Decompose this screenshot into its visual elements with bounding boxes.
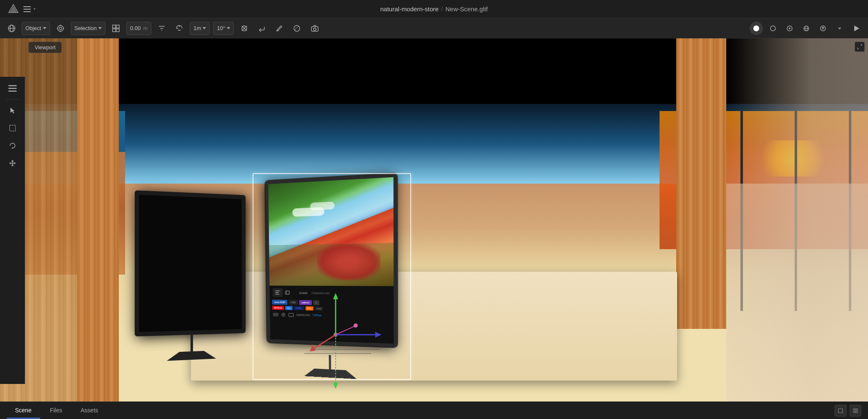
svg-point-8 [58,25,63,31]
toolbar-right [750,18,863,38]
play-button[interactable] [850,22,863,35]
select-tool[interactable] [4,102,21,119]
svg-point-28 [770,26,775,31]
svg-rect-14 [113,25,115,28]
tab-files-label: Files [50,407,63,414]
svg-rect-39 [285,291,289,294]
title-center: natural-modern-store / New-Scene.gltf [380,5,488,13]
svg-point-30 [789,28,790,29]
tv-main-body: Guide Channel List vevo POP CBS yahoo! X… [265,174,397,347]
app-logo[interactable] [6,2,21,17]
svg-rect-62 [8,88,17,89]
tv-left-screen [135,190,246,336]
viewport-label-text: Viewport [35,44,55,50]
svg-rect-67 [856,409,858,410]
svg-rect-63 [8,91,17,92]
tool-separator-1 [6,99,19,100]
viewport-expand-button[interactable] [855,42,865,52]
snap-dropdown[interactable]: 1m [190,22,210,35]
svg-marker-35 [854,25,859,31]
toolbar: Object Selection 0.00 m [0,18,868,38]
shade-solid-btn[interactable] [750,22,763,35]
grid-button[interactable] [109,22,123,35]
svg-rect-16 [113,29,115,32]
tab-files[interactable]: Files [42,403,71,419]
camera-button[interactable] [307,22,322,35]
tab-scene-label: Scene [15,407,32,414]
globe-button[interactable] [5,22,18,35]
svg-point-26 [314,28,316,30]
svg-rect-3 [23,9,31,10]
main-viewport[interactable]: Guide Channel List vevo POP CBS yahoo! X… [0,38,868,401]
menu-chevron: ▾ [33,6,36,12]
svg-rect-64 [10,125,15,131]
bottom-tabs: Scene Files Assets [0,401,868,419]
svg-rect-65 [838,409,843,413]
shade-chevron-dropdown[interactable] [833,22,846,35]
svg-rect-61 [8,85,17,86]
bottom-tab-right [835,405,861,416]
svg-point-27 [753,25,759,31]
angle-dropdown[interactable]: 10° [213,22,234,35]
project-name: natural-modern-store [380,5,439,13]
svg-rect-66 [853,409,855,410]
tv-screen [268,177,394,286]
object-dropdown[interactable]: Object [22,22,50,35]
shade-arrow-btn[interactable] [816,22,830,35]
file-name: New-Scene.gltf [445,5,488,13]
tv-main[interactable]: Guide Channel List vevo POP CBS yahoo! X… [258,173,406,382]
title-separator: / [441,5,443,13]
object-label: Object [25,25,41,31]
target-button[interactable] [53,22,68,35]
svg-point-9 [59,27,62,30]
viewport-label: Viewport [28,42,62,53]
snap-label: 1m [193,25,201,31]
tab-assets-label: Assets [80,407,98,414]
bottom-corner-btn-1[interactable] [835,405,846,416]
bottom-corner-btn-2[interactable] [850,405,861,416]
svg-rect-15 [116,25,119,28]
svg-rect-47 [289,313,294,316]
circle-button[interactable] [290,22,304,35]
selection-dropdown[interactable]: Selection [71,22,105,35]
filter-button[interactable] [155,22,169,35]
snap-chevron [203,27,206,29]
svg-rect-4 [23,11,31,12]
tv-left[interactable] [128,190,251,362]
offset-unit: m [143,25,148,31]
title-bar: ▾ natural-modern-store / New-Scene.gltf [0,0,868,18]
tv-left-stand-leg [163,334,220,361]
angle-chevron [227,27,230,29]
pen-button[interactable] [272,22,286,35]
shade-dot-btn[interactable] [783,22,796,35]
svg-rect-68 [853,411,855,413]
tv-ui-bar: Guide Channel List vevo POP CBS yahoo! X… [270,285,394,344]
offset-number: 0.00 [130,25,140,31]
transform-tool[interactable] [4,155,21,172]
return-button[interactable] [255,22,269,35]
magnet-button[interactable] [172,22,186,35]
selection-chevron [98,27,102,29]
svg-rect-17 [116,29,119,32]
svg-rect-36 [275,290,280,291]
tab-assets[interactable]: Assets [72,403,106,419]
object-chevron [43,27,46,29]
svg-rect-69 [856,411,858,413]
svg-rect-2 [23,6,31,7]
left-tool-panel [0,77,25,384]
cross-button[interactable] [237,22,251,35]
select-box-tool[interactable] [4,120,21,136]
svg-rect-37 [276,292,278,293]
svg-rect-38 [276,294,279,295]
rotate-tool[interactable] [4,137,21,154]
shade-outline-btn[interactable] [766,22,780,35]
angle-label: 10° [217,25,225,31]
menu-button[interactable]: ▾ [23,6,36,12]
selection-label: Selection [75,25,97,31]
tab-scene[interactable]: Scene [7,403,40,419]
tv-main-stand [298,353,363,379]
shade-globe-btn[interactable] [800,22,813,35]
offset-value[interactable]: 0.00 m [126,22,151,35]
hamburger-tool[interactable] [4,80,21,97]
